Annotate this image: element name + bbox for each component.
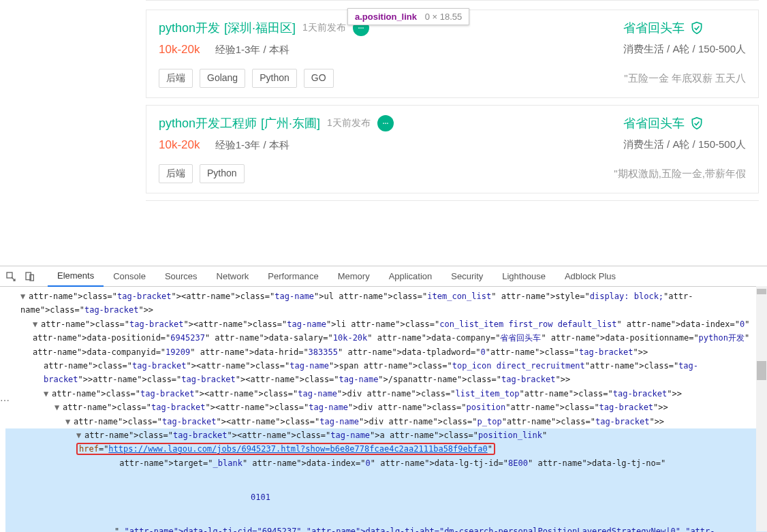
scrollbar-thumb[interactable]: [757, 361, 766, 380]
tab-adblock-plus[interactable]: Adblock Plus: [555, 266, 625, 287]
job-bottom-row: 后端 Golang Python GO "五险一金 年底双薪 五天八: [159, 69, 746, 88]
device-toggle-icon[interactable]: [25, 271, 35, 282]
tab-security[interactable]: Security: [441, 266, 492, 287]
svg-point-0: [358, 27, 360, 29]
company-name-text: 省省回头车: [623, 20, 685, 36]
selected-dom-node[interactable]: ▼attr-name">class="tag-bracket"><attr-na…: [5, 428, 767, 532]
job-location[interactable]: [深圳·福田区]: [224, 20, 296, 36]
svg-point-4: [385, 123, 386, 124]
job-right: 省省回头车 消费生活 / A轮 / 150-500人: [623, 20, 746, 56]
job-tag[interactable]: 后端: [159, 164, 193, 183]
dom-node[interactable]: ▼attr-name">class="tag-bracket"><attr-na…: [5, 317, 767, 359]
devtools-toolbar-icons: [5, 271, 35, 282]
verified-shield-icon: [690, 21, 704, 35]
devtools-scrollbar[interactable]: [756, 286, 767, 531]
job-tag[interactable]: Python: [252, 69, 297, 88]
divider: [146, 0, 759, 3]
job-benefits: "五险一金 年底双薪 五天八: [624, 72, 746, 85]
tab-sources[interactable]: Sources: [155, 266, 207, 287]
devtools-elements-tree[interactable]: ▼attr-name">class="tag-bracket"><attr-na…: [0, 287, 767, 532]
job-title-link[interactable]: python开发工程师: [159, 115, 257, 131]
job-title-row: python开发 [深圳·福田区] 1天前发布: [159, 20, 369, 36]
devtools-tabs: Elements Console Sources Network Perform…: [0, 266, 767, 287]
job-experience: 经验1-3年 / 本科: [215, 44, 289, 55]
job-benefits: "期权激励,五险一金,带薪年假: [614, 168, 746, 181]
job-tags: 后端 Python: [159, 164, 245, 183]
job-tag[interactable]: GO: [304, 69, 334, 88]
dom-node[interactable]: ▼attr-name">class="tag-bracket"><attr-na…: [5, 290, 767, 317]
job-title-link[interactable]: python开发: [159, 20, 220, 36]
tab-network[interactable]: Network: [207, 266, 259, 287]
svg-point-5: [387, 123, 388, 124]
company-link[interactable]: 省省回头车: [623, 115, 704, 131]
job-publish-time: 1天前发布: [327, 117, 371, 129]
ellipsis-icon: ⋯: [0, 395, 10, 406]
job-right: 省省回头车 消费生活 / A轮 / 150-500人: [623, 115, 746, 151]
dom-node[interactable]: ▼attr-name">class="tag-bracket"><attr-na…: [5, 415, 767, 428]
inspect-element-icon[interactable]: [5, 271, 16, 282]
job-tag[interactable]: 后端: [159, 69, 193, 88]
company-name-text: 省省回头车: [623, 115, 685, 131]
divider: [146, 200, 759, 203]
job-card[interactable]: python开发工程师 [广州·东圃] 1天前发布 10k-20k 经验1-3年…: [146, 105, 759, 193]
svg-point-1: [360, 27, 362, 29]
job-left: python开发 [深圳·福田区] 1天前发布 10k-20k 经验1-3年 /…: [159, 20, 369, 57]
job-meta-row: 10k-20k 经验1-3年 / 本科: [159, 43, 369, 57]
job-top-row: python开发 [深圳·福田区] 1天前发布 10k-20k 经验1-3年 /…: [159, 20, 746, 57]
attr-value-fragment: 0101: [251, 492, 270, 502]
job-meta-row: 10k-20k 经验1-3年 / 本科: [159, 138, 394, 152]
job-bottom-row: 后端 Python "期权激励,五险一金,带薪年假: [159, 164, 746, 183]
job-salary: 10k-20k: [159, 43, 200, 56]
svg-point-2: [362, 27, 364, 29]
tab-performance[interactable]: Performance: [258, 266, 328, 287]
verified-shield-icon: [690, 116, 704, 130]
devtools-panel: Elements Console Sources Network Perform…: [0, 266, 767, 532]
job-tags: 后端 Golang Python GO: [159, 69, 334, 88]
job-title-row: python开发工程师 [广州·东圃] 1天前发布: [159, 115, 394, 131]
job-publish-time: 1天前发布: [302, 22, 346, 34]
tooltip-dimensions: 0 × 18.55: [425, 12, 463, 22]
chat-icon[interactable]: [377, 115, 394, 131]
company-meta: 消费生活 / A轮 / 150-500人: [623, 138, 746, 151]
dom-node[interactable]: ▼attr-name">class="tag-bracket"><attr-na…: [5, 387, 767, 401]
scrollbar-arrow-up-icon[interactable]: [757, 289, 766, 294]
job-location[interactable]: [广州·东圃]: [261, 115, 320, 131]
job-top-row: python开发工程师 [广州·东圃] 1天前发布 10k-20k 经验1-3年…: [159, 115, 746, 152]
job-left: python开发工程师 [广州·东圃] 1天前发布 10k-20k 经验1-3年…: [159, 115, 394, 152]
tab-application[interactable]: Application: [379, 266, 442, 287]
job-experience: 经验1-3年 / 本科: [215, 139, 289, 151]
tooltip-selector: a.position_link: [355, 12, 417, 22]
svg-point-3: [383, 123, 384, 124]
element-tooltip: a.position_link 0 × 18.55: [347, 8, 469, 25]
company-meta: 消费生活 / A轮 / 150-500人: [623, 43, 746, 56]
tab-lighthouse[interactable]: Lighthouse: [492, 266, 555, 287]
job-tag[interactable]: Golang: [200, 69, 245, 88]
tab-console[interactable]: Console: [104, 266, 155, 287]
tab-elements[interactable]: Elements: [48, 266, 104, 287]
job-list: python开发 [深圳·福田区] 1天前发布 10k-20k 经验1-3年 /…: [0, 0, 767, 203]
dom-node[interactable]: ▼attr-name">class="tag-bracket"><attr-na…: [5, 401, 767, 414]
dom-node[interactable]: attr-name">class="tag-bracket"><attr-nam…: [5, 359, 767, 387]
job-salary: 10k-20k: [159, 138, 200, 151]
job-tag[interactable]: Python: [200, 164, 245, 183]
tab-memory[interactable]: Memory: [328, 266, 379, 287]
company-link[interactable]: 省省回头车: [623, 20, 704, 36]
